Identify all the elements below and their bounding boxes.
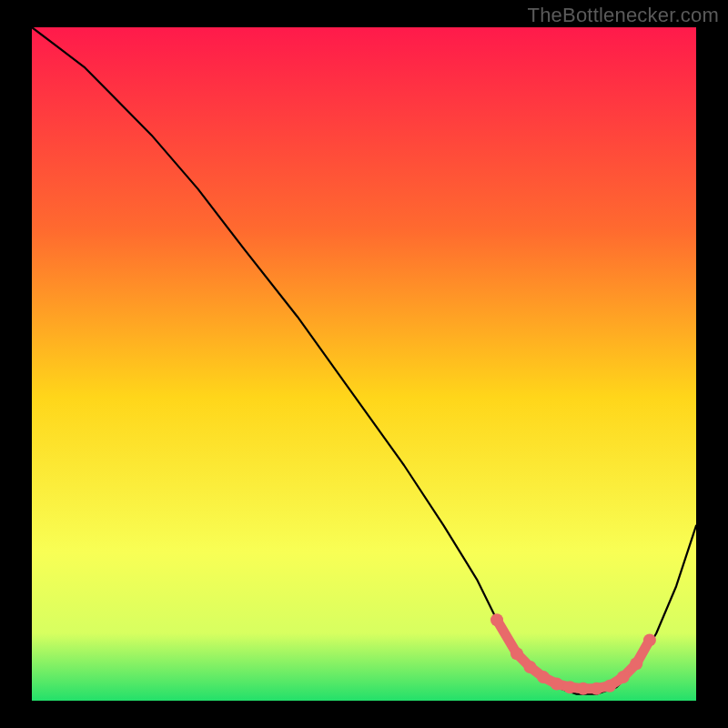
highlight-marker — [537, 671, 550, 683]
highlight-marker — [563, 681, 576, 693]
plot-svg — [32, 27, 696, 701]
highlight-marker — [577, 682, 590, 695]
highlight-marker — [643, 633, 656, 646]
gradient-background — [32, 27, 696, 701]
highlight-marker — [617, 671, 630, 683]
highlight-marker — [511, 647, 523, 660]
highlight-marker — [630, 657, 642, 670]
attribution-label: TheBottlenecker.com — [528, 4, 719, 27]
plot-frame — [32, 27, 696, 701]
highlight-marker — [490, 613, 503, 626]
highlight-marker — [524, 661, 537, 673]
chart-container: TheBottlenecker.com — [0, 0, 728, 728]
highlight-marker — [551, 678, 563, 691]
highlight-marker — [603, 680, 616, 693]
highlight-marker — [591, 682, 603, 695]
